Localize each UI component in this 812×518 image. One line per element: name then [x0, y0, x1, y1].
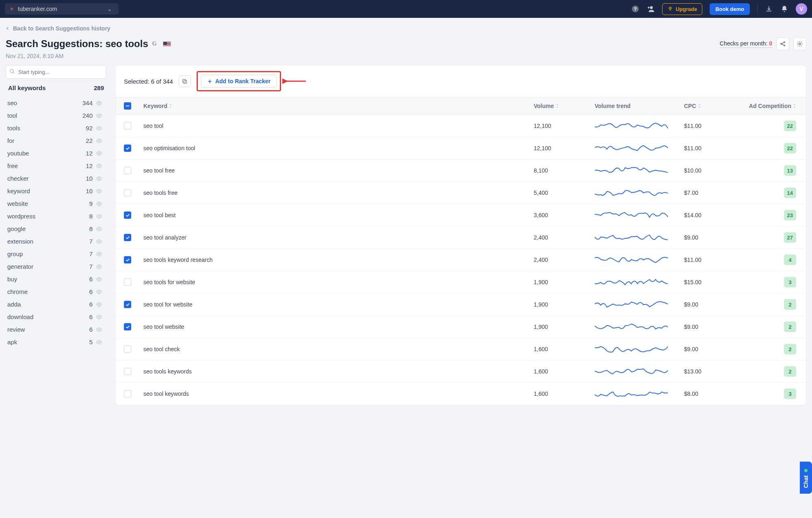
- eye-icon[interactable]: [96, 301, 102, 308]
- share-button[interactable]: [776, 37, 789, 50]
- sidebar-keyword-item[interactable]: download6: [6, 311, 104, 323]
- annotation-arrow-icon: [282, 77, 307, 85]
- eye-icon[interactable]: [96, 112, 102, 119]
- sparkline-icon: [595, 187, 672, 199]
- sidebar-keyword-item[interactable]: extension7: [6, 235, 104, 248]
- eye-icon[interactable]: [96, 201, 102, 207]
- sidebar-keyword-count: 7: [89, 250, 93, 257]
- eye-icon[interactable]: [96, 238, 102, 245]
- row-checkbox[interactable]: [124, 122, 131, 130]
- sparkline-icon: [595, 120, 672, 132]
- eye-icon[interactable]: [96, 226, 102, 232]
- share-icon: [780, 41, 786, 47]
- eye-icon[interactable]: [96, 263, 102, 270]
- eye-icon[interactable]: [96, 150, 102, 157]
- cell-trend: [591, 316, 680, 338]
- add-user-icon[interactable]: [647, 5, 655, 13]
- sidebar-keyword-item[interactable]: for22: [6, 134, 104, 147]
- sidebar-keyword-item[interactable]: keyword10: [6, 185, 104, 197]
- cell-cpc: $9.00: [680, 294, 741, 315]
- eye-icon[interactable]: [96, 213, 102, 220]
- settings-button[interactable]: [793, 37, 806, 50]
- sidebar-keyword-item[interactable]: checker10: [6, 172, 104, 185]
- sidebar-keyword-item[interactable]: apk5: [6, 336, 104, 348]
- sidebar-keyword-count: 22: [86, 137, 93, 144]
- table-row: seo tool website1,900$9.002: [116, 316, 806, 338]
- checkbox-indeterminate[interactable]: [124, 102, 131, 110]
- sidebar-keyword-item[interactable]: adda6: [6, 298, 104, 311]
- sidebar-keyword-item[interactable]: wordpress8: [6, 210, 104, 222]
- eye-icon[interactable]: [96, 188, 102, 194]
- svg-point-25: [98, 329, 100, 330]
- col-volume[interactable]: Volume: [530, 97, 591, 114]
- row-checkbox[interactable]: [124, 212, 131, 219]
- copy-button[interactable]: [179, 75, 191, 87]
- table-row: seo tools for website1,900$15.003: [116, 271, 806, 294]
- back-link[interactable]: Back to Search Suggestions history: [6, 25, 110, 32]
- sidebar-keyword-item[interactable]: free12: [6, 160, 104, 172]
- row-checkbox[interactable]: [124, 189, 131, 196]
- search-input[interactable]: [6, 65, 106, 79]
- download-icon[interactable]: [765, 5, 773, 13]
- row-checkbox[interactable]: [124, 256, 131, 263]
- svg-point-6: [799, 43, 801, 45]
- row-checkbox[interactable]: [124, 368, 131, 375]
- bell-icon[interactable]: [780, 5, 788, 13]
- cell-keyword: seo tool website: [139, 316, 530, 338]
- col-ad-competition[interactable]: Ad Competition: [741, 97, 806, 114]
- sidebar-keyword-item[interactable]: tool240: [6, 109, 104, 122]
- cell-keyword: seo tools keyword research: [139, 249, 530, 271]
- keyword-filter-list[interactable]: seo344tool240tools92for22youtube12free12…: [6, 96, 106, 348]
- sidebar-keyword-item[interactable]: seo344: [6, 97, 104, 109]
- cell-trend: [591, 160, 680, 181]
- eye-icon[interactable]: [96, 276, 102, 283]
- help-icon[interactable]: ?: [631, 5, 639, 13]
- sidebar-keyword-label: google: [7, 225, 26, 232]
- eye-icon[interactable]: [96, 125, 102, 132]
- col-keyword[interactable]: Keyword: [139, 97, 530, 114]
- eye-icon[interactable]: [96, 289, 102, 295]
- header-right: Checks per month: 0: [720, 37, 806, 50]
- eye-icon[interactable]: [96, 163, 102, 169]
- ad-competition-badge: 27: [784, 232, 796, 243]
- cell-volume: 12,100: [530, 137, 591, 159]
- sidebar-keyword-item[interactable]: chrome6: [6, 285, 104, 298]
- eye-icon[interactable]: [96, 339, 102, 345]
- avatar[interactable]: V: [796, 3, 807, 15]
- cell-ad-competition: 23: [741, 204, 806, 226]
- table-row: seo tool keywords1,600$8.003: [116, 383, 806, 405]
- url-text: tuberanker.com: [18, 6, 57, 12]
- all-keywords-header[interactable]: All keywords 289: [6, 79, 106, 96]
- row-checkbox[interactable]: [124, 278, 131, 286]
- upgrade-button[interactable]: Upgrade: [662, 3, 702, 15]
- select-all-header[interactable]: [116, 97, 139, 114]
- topbar-right: ? Upgrade Book demo V: [631, 3, 807, 15]
- sidebar-keyword-item[interactable]: website9: [6, 197, 104, 210]
- row-checkbox[interactable]: [124, 167, 131, 174]
- svg-point-15: [98, 203, 100, 205]
- eye-icon[interactable]: [96, 251, 102, 257]
- sidebar-keyword-item[interactable]: generator7: [6, 260, 104, 273]
- book-demo-button[interactable]: Book demo: [710, 3, 750, 15]
- url-pill[interactable]: tuberanker.com ⌄: [5, 3, 119, 15]
- sidebar-keyword-item[interactable]: youtube12: [6, 147, 104, 160]
- eye-icon[interactable]: [96, 175, 102, 182]
- eye-icon[interactable]: [96, 138, 102, 144]
- add-to-rank-tracker-button[interactable]: Add to Rank Tracker: [201, 75, 277, 88]
- sidebar-keyword-item[interactable]: tools92: [6, 122, 104, 134]
- row-checkbox[interactable]: [124, 145, 131, 152]
- row-checkbox[interactable]: [124, 301, 131, 308]
- eye-icon[interactable]: [96, 326, 102, 333]
- row-checkbox[interactable]: [124, 390, 131, 397]
- cell-ad-competition: 4: [741, 249, 806, 271]
- eye-icon[interactable]: [96, 100, 102, 106]
- col-cpc[interactable]: CPC: [680, 97, 741, 114]
- row-checkbox[interactable]: [124, 323, 131, 330]
- eye-icon[interactable]: [96, 314, 102, 320]
- row-checkbox[interactable]: [124, 345, 131, 353]
- sidebar-keyword-item[interactable]: google8: [6, 222, 104, 235]
- sidebar-keyword-item[interactable]: buy6: [6, 273, 104, 285]
- sidebar-keyword-item[interactable]: review6: [6, 323, 104, 336]
- sidebar-keyword-item[interactable]: group7: [6, 248, 104, 260]
- row-checkbox[interactable]: [124, 234, 131, 241]
